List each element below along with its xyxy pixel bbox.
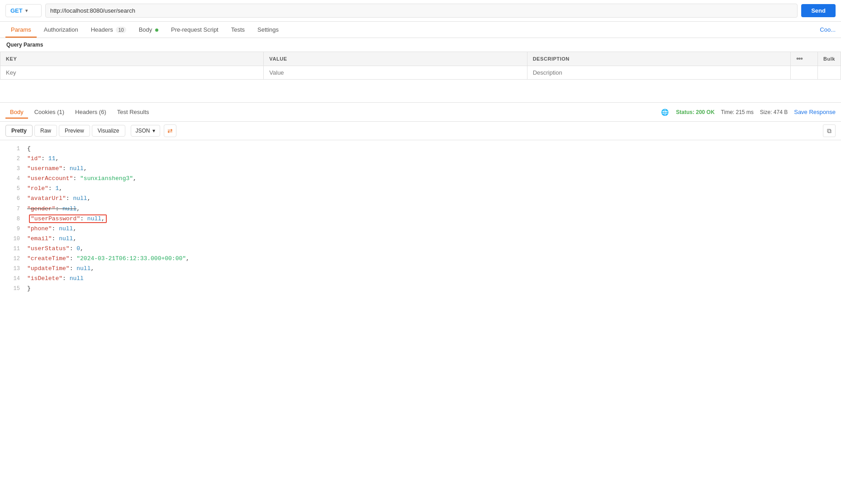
- url-bar: GET ▾ Send: [0, 0, 841, 22]
- json-line: 4 "userAccount": "sunxiansheng3",: [0, 174, 841, 184]
- json-line: 7 "gender": null,: [0, 204, 841, 214]
- line-number: 3: [4, 164, 20, 173]
- json-line: 6 "avatarUrl": null,: [0, 194, 841, 204]
- wrap-icon[interactable]: ⇄: [164, 124, 176, 137]
- json-line: 14 "isDelete": null: [0, 274, 841, 284]
- format-select[interactable]: JSON ▾: [131, 125, 160, 137]
- json-area: 1{2 "id": 11,3 "username": null,4 "userA…: [0, 140, 841, 297]
- query-params-label: Query Params: [0, 38, 841, 52]
- key-input[interactable]: [6, 69, 258, 76]
- response-tabs-row: Body Cookies (1) Headers (6) Test Result…: [0, 103, 841, 122]
- line-number: 11: [4, 244, 20, 253]
- json-line: 8 "userPassword": null,: [0, 214, 841, 224]
- status-200: Status: 200 OK: [676, 109, 714, 115]
- params-placeholder-row: [0, 66, 841, 80]
- line-number: 6: [4, 194, 20, 203]
- more-icon: •••: [796, 55, 803, 62]
- col-key: KEY: [0, 52, 264, 66]
- json-line: 3 "username": null,: [0, 164, 841, 174]
- json-line: 10 "email": null,: [0, 234, 841, 244]
- format-bar: Pretty Raw Preview Visualize JSON ▾ ⇄ ⧉: [0, 122, 841, 140]
- tab-body[interactable]: Body: [133, 22, 164, 38]
- send-button[interactable]: Send: [801, 4, 836, 17]
- tab-params[interactable]: Params: [5, 22, 37, 38]
- format-label: JSON: [136, 128, 150, 134]
- line-number: 5: [4, 184, 20, 193]
- json-line: 13 "updateTime": null,: [0, 264, 841, 274]
- time-label: Time: 215 ms: [721, 109, 754, 115]
- json-line: 11 "userStatus": 0,: [0, 244, 841, 254]
- col-description: DESCRIPTION: [527, 52, 790, 66]
- col-actions: •••: [790, 52, 817, 66]
- json-line: 1{: [0, 144, 841, 154]
- fmt-raw[interactable]: Raw: [34, 125, 57, 137]
- cookies-link[interactable]: Coo...: [820, 26, 836, 33]
- line-number: 1: [4, 144, 20, 153]
- line-number: 2: [4, 154, 20, 163]
- response-tab-body[interactable]: Body: [5, 105, 28, 119]
- tab-headers[interactable]: Headers 10: [86, 22, 132, 38]
- line-number: 10: [4, 234, 20, 243]
- response-tab-headers[interactable]: Headers (6): [71, 105, 111, 119]
- copy-icon[interactable]: ⧉: [823, 124, 836, 137]
- col-bulk: Bulk: [817, 52, 841, 66]
- json-line: 9 "phone": null,: [0, 224, 841, 234]
- col-value: VALUE: [264, 52, 527, 66]
- line-number: 9: [4, 224, 20, 233]
- value-input[interactable]: [269, 69, 521, 76]
- body-dot: [155, 29, 158, 32]
- line-number: 15: [4, 284, 20, 293]
- fmt-pretty[interactable]: Pretty: [5, 125, 33, 137]
- tab-authorization[interactable]: Authorization: [38, 22, 84, 38]
- tab-settings[interactable]: Settings: [252, 22, 284, 38]
- size-label: Size: 474 B: [760, 109, 788, 115]
- tab-prerequest[interactable]: Pre-request Script: [166, 22, 224, 38]
- save-response-link[interactable]: Save Response: [794, 109, 836, 115]
- json-line: 15}: [0, 284, 841, 294]
- json-line: 5 "role": 1,: [0, 184, 841, 194]
- tab-tests[interactable]: Tests: [226, 22, 250, 38]
- method-label: GET: [10, 7, 23, 14]
- line-number: 8: [4, 214, 20, 223]
- line-number: 14: [4, 274, 20, 283]
- json-line: 12 "createTime": "2024-03-21T06:12:33.00…: [0, 254, 841, 264]
- chevron-down-icon: ▾: [25, 8, 28, 13]
- fmt-visualize[interactable]: Visualize: [92, 125, 125, 137]
- request-tabs-row: Params Authorization Headers 10 Body Pre…: [0, 22, 841, 38]
- response-tab-cookies[interactable]: Cookies (1): [30, 105, 69, 119]
- query-params-section: Query Params KEY VALUE DESCRIPTION ••• B…: [0, 38, 841, 80]
- globe-icon: 🌐: [661, 109, 669, 116]
- url-input[interactable]: [45, 4, 798, 18]
- json-line: 2 "id": 11,: [0, 154, 841, 164]
- response-status: 🌐 Status: 200 OK Time: 215 ms Size: 474 …: [661, 109, 836, 116]
- fmt-preview[interactable]: Preview: [59, 125, 90, 137]
- params-table: KEY VALUE DESCRIPTION ••• Bulk: [0, 52, 841, 80]
- line-number: 12: [4, 254, 20, 263]
- method-select[interactable]: GET ▾: [5, 4, 42, 17]
- response-tab-tests[interactable]: Test Results: [113, 105, 154, 119]
- description-input[interactable]: [533, 69, 785, 76]
- format-chevron-icon: ▾: [152, 128, 155, 134]
- line-number: 4: [4, 174, 20, 183]
- line-number: 7: [4, 204, 20, 214]
- line-number: 13: [4, 264, 20, 273]
- headers-badge: 10: [116, 27, 126, 33]
